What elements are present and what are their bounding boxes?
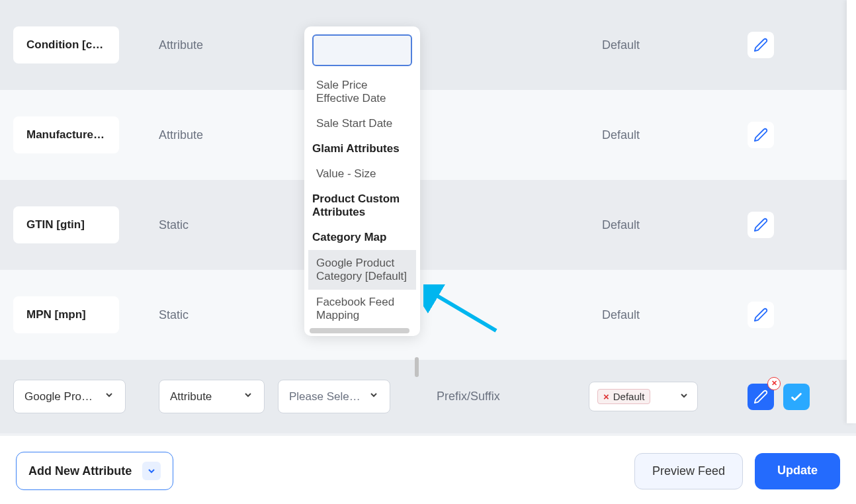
footer-actions: Preview Feed Update	[634, 453, 840, 489]
select-label: Google Pro…	[24, 390, 93, 403]
pencil-icon	[753, 128, 768, 142]
dropdown-option[interactable]: Sale Price Effective Date	[312, 73, 412, 111]
remove-tag-icon[interactable]: ×	[603, 391, 609, 402]
attribute-pill: GTIN [gtin]	[13, 206, 119, 243]
add-new-attribute-button[interactable]: Add New Attribute	[16, 452, 173, 490]
check-icon	[789, 390, 804, 404]
tag-label: Default	[613, 391, 645, 402]
chevron-down-icon	[142, 462, 161, 480]
button-label: Preview Feed	[652, 464, 725, 478]
type-label: Attribute	[146, 38, 278, 52]
type-label: Static	[146, 218, 278, 232]
dropdown-option[interactable]: Value - Size	[312, 161, 412, 187]
mapping-row: Manufacture… Attribute Default	[0, 90, 856, 180]
button-label: Update	[777, 464, 818, 477]
mapping-row: MPN [mpn] Static Default	[0, 270, 856, 360]
edit-button[interactable]	[748, 32, 774, 58]
attribute-pill: Manufacture…	[13, 116, 119, 153]
dropdown-group-header: Category Map	[312, 225, 412, 250]
chevron-down-icon	[243, 390, 253, 403]
chevron-down-icon	[679, 390, 689, 403]
dropdown-option[interactable]: Google Product Category [Default]	[308, 250, 416, 290]
pencil-icon	[753, 218, 768, 232]
value-select[interactable]: Please Sele…	[278, 380, 390, 413]
output-label: Default	[589, 218, 734, 232]
mapping-row: GTIN [gtin] Static Default	[0, 180, 856, 270]
dropdown-group-header: Product Custom Attributes	[312, 187, 412, 225]
type-select[interactable]: Attribute	[159, 380, 265, 413]
pencil-icon	[753, 390, 768, 404]
dropdown-list: Sale Price Effective DateSale Start Date…	[312, 73, 412, 328]
attribute-mapping-table: Condition [co… Attribute Default Manufac…	[0, 0, 856, 504]
edit-button[interactable]	[748, 122, 774, 148]
scrollbar-vertical[interactable]	[415, 357, 419, 377]
dropdown-group-header: Glami Attributes	[312, 136, 412, 161]
preview-feed-button[interactable]: Preview Feed	[634, 453, 743, 489]
tag-chip: × Default	[597, 389, 650, 404]
type-label: Attribute	[146, 128, 278, 142]
edit-button[interactable]	[748, 212, 774, 238]
output-label: Default	[589, 38, 734, 52]
dropdown-search-input[interactable]	[312, 34, 412, 66]
dropdown-option[interactable]: Facebook Feed Mapping	[312, 290, 412, 328]
type-label: Static	[146, 308, 278, 322]
footer-bar: Add New Attribute Preview Feed Update	[0, 436, 856, 504]
button-label: Add New Attribute	[28, 464, 132, 478]
scrollbar-horizontal[interactable]	[310, 328, 409, 333]
row-actions: ✕	[748, 384, 853, 410]
edit-button[interactable]	[748, 302, 774, 328]
dropdown-option[interactable]: Sale Start Date	[312, 111, 412, 136]
attribute-pill: Condition [co…	[13, 26, 119, 63]
attribute-label: Condition [co…	[26, 38, 110, 51]
output-type-select[interactable]: × Default	[589, 382, 698, 411]
update-button[interactable]: Update	[755, 453, 840, 489]
attribute-pill: MPN [mpn]	[13, 296, 119, 333]
pencil-icon	[753, 308, 768, 322]
attribute-name-select[interactable]: Google Pro…	[13, 380, 126, 413]
save-row-button[interactable]	[783, 384, 810, 410]
select-placeholder: Please Sele…	[289, 390, 361, 403]
attribute-label: GTIN [gtin]	[26, 218, 85, 231]
pencil-icon	[753, 38, 768, 52]
output-label: Default	[589, 128, 734, 142]
value-dropdown-panel: Sale Price Effective DateSale Start Date…	[304, 26, 420, 336]
close-badge[interactable]: ✕	[767, 377, 781, 390]
attribute-label: Manufacture…	[26, 128, 105, 141]
right-shadow-strip	[847, 0, 856, 423]
select-label: Attribute	[170, 390, 212, 403]
prefix-suffix-label: Prefix/Suffix	[423, 390, 589, 403]
mapping-row-edit: Google Pro… Attribute Please Sele… Prefi…	[0, 360, 856, 433]
mapping-row: Condition [co… Attribute Default	[0, 0, 856, 90]
output-label: Default	[589, 308, 734, 322]
attribute-label: MPN [mpn]	[26, 308, 86, 321]
chevron-down-icon	[104, 390, 114, 403]
chevron-down-icon	[368, 390, 379, 403]
